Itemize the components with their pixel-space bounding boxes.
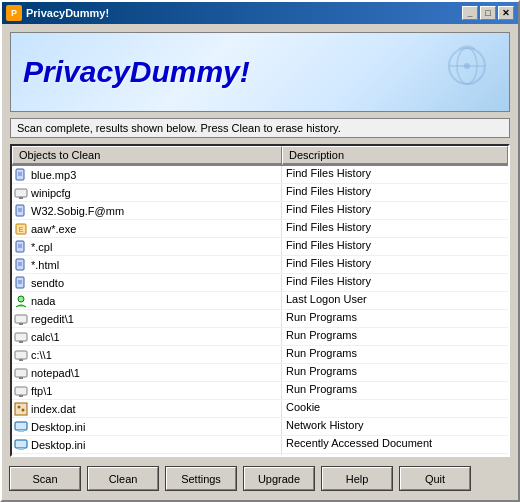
svg-rect-37 bbox=[15, 422, 27, 430]
header-area: PrivacyDummy! bbox=[10, 32, 510, 112]
row-icon bbox=[14, 366, 28, 380]
svg-rect-4 bbox=[16, 169, 24, 180]
cell-object: Desktop.ini bbox=[12, 454, 282, 455]
object-text: *.html bbox=[31, 259, 59, 271]
cell-description: Cookie bbox=[282, 400, 508, 417]
svg-rect-17 bbox=[16, 259, 24, 270]
table-row[interactable]: winipcfg Find Files History bbox=[12, 184, 508, 202]
svg-rect-28 bbox=[15, 351, 27, 359]
table-row[interactable]: Desktop.ini Recently Accessed Document bbox=[12, 436, 508, 454]
row-icon bbox=[14, 330, 28, 344]
svg-rect-25 bbox=[19, 323, 23, 325]
scan-button[interactable]: Scan bbox=[10, 467, 80, 490]
main-window: P PrivacyDummy! _ □ ✕ PrivacyDummy! Scan… bbox=[0, 0, 520, 502]
object-text: *.cpl bbox=[31, 241, 52, 253]
table-row[interactable]: index.dat Cookie bbox=[12, 400, 508, 418]
table-row[interactable]: Desktop.ini URL History bbox=[12, 454, 508, 455]
row-icon bbox=[14, 204, 28, 218]
table-row[interactable]: calc\1 Run Programs bbox=[12, 328, 508, 346]
table-header: Objects to Clean Description bbox=[12, 146, 508, 166]
object-text: aaw*.exe bbox=[31, 223, 76, 235]
row-icon bbox=[14, 348, 28, 362]
svg-rect-14 bbox=[16, 241, 24, 252]
svg-rect-31 bbox=[19, 377, 23, 379]
cell-description: Run Programs bbox=[282, 346, 508, 363]
quit-button[interactable]: Quit bbox=[400, 467, 470, 490]
header-logo bbox=[437, 41, 497, 101]
table-row[interactable]: notepad\1 Run Programs bbox=[12, 364, 508, 382]
cell-description: Run Programs bbox=[282, 382, 508, 399]
col-header-object[interactable]: Objects to Clean bbox=[12, 146, 282, 165]
cell-description: Run Programs bbox=[282, 328, 508, 345]
help-button[interactable]: Help bbox=[322, 467, 392, 490]
cell-description: Recently Accessed Document bbox=[282, 436, 508, 453]
svg-text:E: E bbox=[19, 226, 24, 233]
svg-point-23 bbox=[18, 296, 24, 302]
table-row[interactable]: Desktop.ini Network History bbox=[12, 418, 508, 436]
col-header-description[interactable]: Description bbox=[282, 146, 508, 165]
upgrade-button[interactable]: Upgrade bbox=[244, 467, 314, 490]
svg-rect-29 bbox=[19, 359, 23, 361]
table-row[interactable]: *.cpl Find Files History bbox=[12, 238, 508, 256]
table-row[interactable]: E aaw*.exe Find Files History bbox=[12, 220, 508, 238]
svg-rect-39 bbox=[15, 440, 27, 448]
svg-point-36 bbox=[22, 408, 25, 411]
svg-rect-32 bbox=[15, 387, 27, 395]
cell-description: Find Files History bbox=[282, 166, 508, 183]
clean-button[interactable]: Clean bbox=[88, 467, 158, 490]
window-body: PrivacyDummy! Scan complete, results sho… bbox=[2, 24, 518, 500]
svg-rect-38 bbox=[18, 430, 24, 432]
cell-description: Find Files History bbox=[282, 220, 508, 237]
cell-object: c:\\1 bbox=[12, 346, 282, 363]
row-icon bbox=[14, 258, 28, 272]
app-title: PrivacyDummy! bbox=[23, 55, 250, 89]
settings-button[interactable]: Settings bbox=[166, 467, 236, 490]
table-row[interactable]: c:\\1 Run Programs bbox=[12, 346, 508, 364]
object-text: Desktop.ini bbox=[31, 439, 85, 451]
row-icon bbox=[14, 294, 28, 308]
object-text: calc\1 bbox=[31, 331, 60, 343]
title-bar: P PrivacyDummy! _ □ ✕ bbox=[2, 2, 518, 24]
object-text: Desktop.ini bbox=[31, 421, 85, 433]
table-row[interactable]: ftp\1 Run Programs bbox=[12, 382, 508, 400]
row-icon bbox=[14, 402, 28, 416]
table-row[interactable]: regedit\1 Run Programs bbox=[12, 310, 508, 328]
cell-object: W32.Sobig.F@mm bbox=[12, 202, 282, 219]
svg-rect-24 bbox=[15, 315, 27, 323]
cell-description: Find Files History bbox=[282, 256, 508, 273]
title-bar-text: P PrivacyDummy! bbox=[6, 5, 109, 21]
cell-description: Find Files History bbox=[282, 274, 508, 291]
maximize-button[interactable]: □ bbox=[480, 6, 496, 20]
minimize-button[interactable]: _ bbox=[462, 6, 478, 20]
window-title: PrivacyDummy! bbox=[26, 7, 109, 19]
row-icon bbox=[14, 312, 28, 326]
cell-object: ftp\1 bbox=[12, 382, 282, 399]
close-button[interactable]: ✕ bbox=[498, 6, 514, 20]
table-scroll[interactable]: blue.mp3 Find Files History winipcfg Fin… bbox=[12, 166, 508, 455]
object-text: sendto bbox=[31, 277, 64, 289]
svg-rect-33 bbox=[19, 395, 23, 397]
object-text: W32.Sobig.F@mm bbox=[31, 205, 124, 217]
table-row[interactable]: sendto Find Files History bbox=[12, 274, 508, 292]
row-icon bbox=[14, 186, 28, 200]
object-text: notepad\1 bbox=[31, 367, 80, 379]
row-icon bbox=[14, 240, 28, 254]
object-text: blue.mp3 bbox=[31, 169, 76, 181]
cell-object: *.cpl bbox=[12, 238, 282, 255]
cell-description: Run Programs bbox=[282, 310, 508, 327]
cell-description: Find Files History bbox=[282, 238, 508, 255]
cell-object: Desktop.ini bbox=[12, 436, 282, 453]
table-row[interactable]: nada Last Logon User bbox=[12, 292, 508, 310]
cell-object: E aaw*.exe bbox=[12, 220, 282, 237]
table-row[interactable]: blue.mp3 Find Files History bbox=[12, 166, 508, 184]
button-bar: Scan Clean Settings Upgrade Help Quit bbox=[10, 463, 510, 492]
cell-object: *.html bbox=[12, 256, 282, 273]
table-row[interactable]: W32.Sobig.F@mm Find Files History bbox=[12, 202, 508, 220]
status-bar: Scan complete, results shown below. Pres… bbox=[10, 118, 510, 138]
svg-point-35 bbox=[18, 405, 21, 408]
cell-description: Find Files History bbox=[282, 202, 508, 219]
table-row[interactable]: *.html Find Files History bbox=[12, 256, 508, 274]
cell-description: URL History bbox=[282, 454, 508, 455]
object-text: ftp\1 bbox=[31, 385, 52, 397]
cell-object: sendto bbox=[12, 274, 282, 291]
